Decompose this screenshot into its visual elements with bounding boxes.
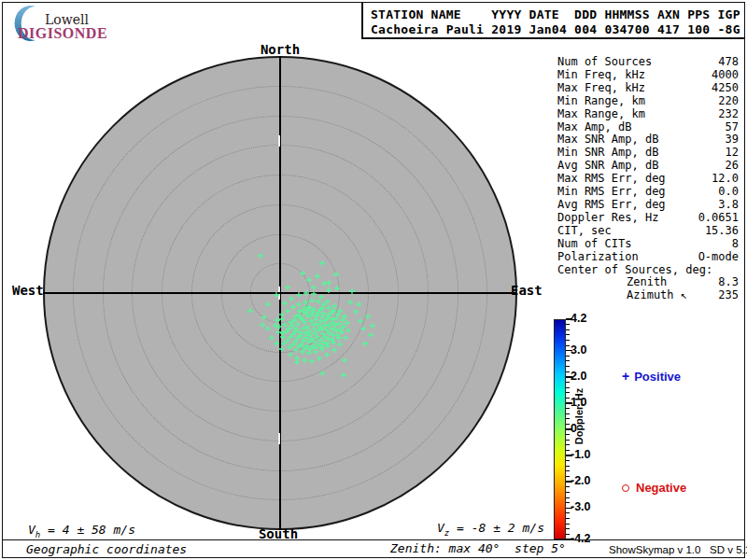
colorbar-minor-tick — [566, 387, 570, 388]
compass-north-label: North — [258, 42, 303, 57]
stats-row: PolarizationO-mode — [557, 251, 739, 264]
stats-row: Num of CITs8 — [557, 238, 739, 251]
stats-value: 232 — [718, 108, 739, 121]
stats-label: Min RMS Err, deg — [557, 186, 666, 199]
stats-row: Max Range, km232 — [557, 108, 739, 121]
stats-label: Avg RMS Err, deg — [557, 199, 666, 212]
stats-label: Max Freq, kHz — [557, 82, 645, 95]
stats-row: Num of Sources478 — [557, 56, 739, 69]
compass-west-label: West — [12, 283, 44, 298]
zenith-scale-note: Zenith: max 40° step 5° — [390, 541, 566, 555]
stats-label: Polarization — [557, 251, 639, 264]
stats-value: 235 — [718, 289, 739, 302]
colorbar-minor-tick — [566, 476, 570, 477]
stats-value: 0.0651 — [698, 212, 739, 225]
stats-row: Max Amp, dB57 — [557, 121, 739, 134]
stats-value: 57 — [726, 121, 739, 134]
plus-marker-icon: + — [622, 369, 629, 384]
stats-label: Min Range, km — [557, 95, 645, 108]
colorbar-minor-tick — [566, 392, 570, 393]
stats-row: CIT, sec15.36 — [557, 225, 739, 238]
colorbar-tick-label: -3.0 — [571, 500, 591, 513]
colorbar-minor-tick — [566, 366, 570, 367]
stats-label: Zenith — [557, 276, 667, 289]
stats-value: 12.0 — [712, 173, 739, 186]
stats-value: 8 — [732, 238, 739, 251]
stats-value: 0.0 — [718, 186, 739, 199]
stats-row: Min Range, km220 — [557, 95, 739, 108]
stats-label: Max Amp, dB — [557, 121, 631, 134]
stats-label: Doppler Res, Hz — [557, 212, 658, 225]
horizontal-velocity-readout: Vh = 4 ± 58 m/s — [28, 523, 135, 539]
stats-label: Max Range, km — [557, 108, 645, 121]
stats-row: Max Freq, kHz4250 — [557, 82, 739, 95]
stats-value: 4000 — [712, 69, 739, 82]
colorbar-minor-tick — [566, 528, 570, 529]
colorbar-minor-tick — [566, 334, 570, 335]
colorbar-tick-label: 3.0 — [571, 343, 586, 357]
legend-positive-label: Positive — [634, 370, 681, 384]
footer-divider — [2, 539, 745, 540]
stats-row: Azimuth ↖235 — [557, 289, 739, 302]
colorbar-minor-tick — [566, 418, 570, 419]
doppler-colorbar — [554, 319, 566, 539]
stats-value: O-mode — [698, 251, 739, 264]
colorbar-minor-tick — [566, 356, 570, 357]
colorbar-minor-tick — [566, 534, 570, 535]
stats-label: Avg SNR Amp, dB — [557, 160, 658, 173]
circle-marker-icon — [622, 484, 629, 492]
colorbar-minor-tick — [566, 440, 570, 441]
stats-label: Min Freq, kHz — [557, 69, 645, 82]
stats-label: Num of Sources — [557, 56, 652, 69]
colorbar-minor-tick — [566, 345, 570, 346]
stats-row: Min RMS Err, deg0.0 — [557, 186, 739, 199]
legend-positive: +Positive — [622, 369, 681, 384]
stats-row: Zenith8.3 — [557, 276, 739, 289]
colorbar-tick-label: 2.0 — [571, 370, 586, 383]
colorbar-tick-label: -1.0 — [571, 448, 591, 461]
colorbar-tick-label: -4.2 — [571, 532, 591, 545]
stats-value: 478 — [718, 56, 739, 69]
colorbar-minor-tick — [566, 382, 570, 383]
stats-label: Azimuth ↖ — [557, 289, 687, 302]
colorbar-minor-tick — [566, 408, 570, 409]
stats-label: Min SNR Amp, dB — [557, 147, 658, 160]
colorbar-minor-tick — [566, 524, 570, 525]
colorbar-minor-tick — [566, 492, 570, 493]
colorbar-minor-tick — [566, 502, 570, 503]
stats-row: Avg RMS Err, deg3.8 — [557, 199, 739, 212]
colorbar-minor-tick — [566, 444, 570, 445]
stats-value: 26 — [726, 160, 739, 173]
stats-label: Max RMS Err, deg — [557, 173, 666, 186]
stats-row: Max SNR Amp, dB39 — [557, 133, 739, 147]
colorbar-minor-tick — [566, 340, 570, 341]
stats-row: Max RMS Err, deg12.0 — [557, 173, 739, 186]
colorbar-minor-tick — [566, 434, 570, 435]
stats-label: Num of CITs — [557, 238, 631, 251]
legend-negative: Negative — [622, 481, 686, 495]
colorbar-tick-label: -2.0 — [571, 474, 591, 487]
colorbar-minor-tick — [566, 413, 570, 414]
colorbar-minor-tick — [566, 486, 570, 487]
stats-label: Max SNR Amp, dB — [557, 133, 658, 147]
stats-value: 8.3 — [718, 276, 739, 289]
stats-value: 12 — [726, 147, 739, 160]
skymap-window: Lowell DIGISONDE STATION NAME YYYY DATE … — [0, 0, 747, 560]
vertical-velocity-readout: Vz = -8 ± 2 m/s — [437, 521, 544, 538]
legend-negative-label: Negative — [636, 481, 686, 495]
stats-value: 39 — [726, 133, 739, 147]
software-version-label: ShowSkymap v 1.0 SD v 5.1 — [609, 544, 747, 555]
stats-row: Avg SNR Amp, dB26 — [557, 160, 739, 173]
doppler-axis-label: Doppler, Hz — [573, 388, 585, 445]
colorbar-minor-tick — [566, 398, 570, 399]
stats-value: 4250 — [712, 82, 739, 95]
stats-label: CIT, sec — [557, 225, 612, 238]
stats-row: Center of Sources, deg: — [557, 264, 739, 277]
stats-row: Doppler Res, Hz0.0651 — [557, 212, 739, 225]
colorbar-minor-tick — [566, 512, 570, 513]
colorbar-minor-tick — [566, 329, 570, 330]
colorbar-minor-tick — [566, 497, 570, 498]
colorbar-tick-label: 4.2 — [571, 312, 586, 325]
stats-value: 220 — [718, 95, 739, 108]
source-stats-table: Num of Sources478Min Freq, kHz4000Max Fr… — [557, 56, 739, 302]
